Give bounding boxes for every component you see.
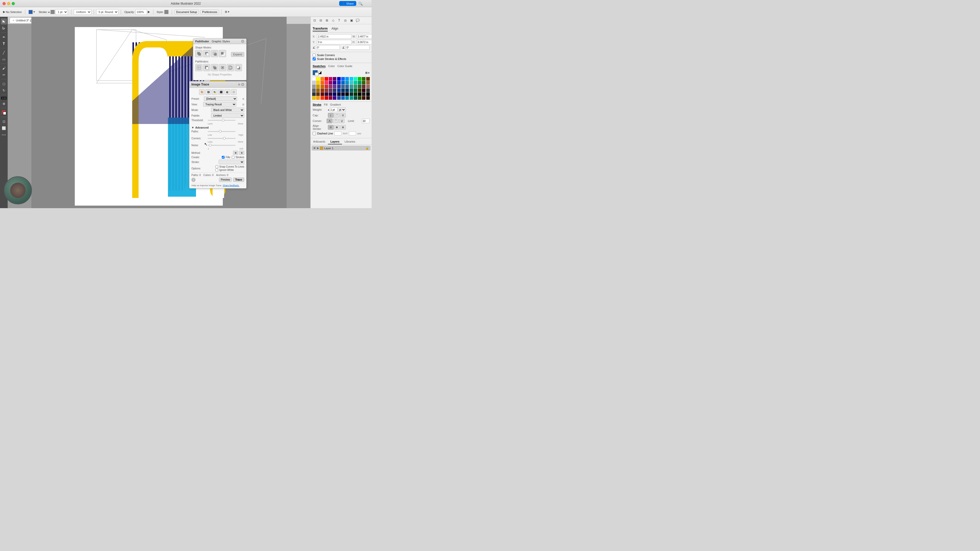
paintbrush-tool-button[interactable]: 🖌 [1, 65, 7, 71]
swatch-item[interactable] [358, 96, 361, 100]
minus-front-button[interactable] [203, 50, 210, 57]
swatch-item[interactable] [341, 85, 345, 88]
swatch-item[interactable] [337, 77, 341, 81]
swatch-item[interactable] [354, 92, 357, 96]
round-corner-button[interactable]: ⌒ [333, 119, 339, 123]
swatch-item[interactable] [341, 96, 345, 100]
swatch-item[interactable] [329, 77, 332, 81]
swatch-item[interactable] [325, 81, 328, 84]
swatch-item[interactable] [354, 85, 357, 88]
bw-icon[interactable]: ◧ [224, 89, 230, 95]
current-fill-swatch[interactable] [313, 70, 318, 75]
swatch-item[interactable] [358, 89, 361, 92]
color-tab[interactable]: Color [328, 65, 335, 68]
swatch-item[interactable] [366, 89, 370, 92]
rp-align-icon[interactable]: ⊟ [318, 18, 323, 23]
swatch-options-icon[interactable]: ≡ [368, 71, 369, 75]
swatch-item[interactable] [345, 89, 349, 92]
swatch-item[interactable] [321, 96, 324, 100]
arrangement-icon[interactable]: ⊞ ▾ [224, 10, 231, 14]
image-trace-close-button[interactable]: ✕ [241, 83, 244, 86]
swatch-item[interactable] [325, 92, 328, 96]
swatch-item[interactable] [316, 77, 320, 81]
fill-color-area[interactable]: ▾ [27, 10, 36, 14]
swatch-item[interactable] [325, 96, 328, 100]
grayscale-icon[interactable]: ⬛ [218, 89, 224, 95]
line-tool-button[interactable]: ╱ [1, 49, 7, 56]
high-color-icon[interactable]: 🖼 [205, 89, 211, 95]
pathfinder-close-button[interactable]: ✕ [241, 40, 244, 43]
info-icon[interactable]: i [191, 178, 196, 182]
merge-button[interactable] [211, 64, 218, 71]
noise-slider[interactable] [208, 145, 235, 146]
swatch-item[interactable] [312, 89, 316, 92]
selection-tool[interactable]: ▶ No Selection [2, 10, 23, 14]
stroke-width-select[interactable]: 1 pt [56, 9, 68, 15]
pathfinder-tab[interactable]: Pathfinder [195, 40, 209, 43]
rp-type-icon[interactable]: T [337, 18, 342, 23]
rp-transform-icon[interactable]: ⊡ [312, 18, 317, 23]
swatch-item[interactable] [316, 81, 320, 84]
corners-slider[interactable] [208, 138, 235, 139]
swatch-item[interactable] [312, 81, 316, 84]
swatch-item[interactable] [321, 89, 324, 92]
screen-mode-button[interactable]: ⊡ [1, 118, 7, 124]
swatch-item[interactable] [366, 96, 370, 100]
fills-checkbox[interactable] [222, 156, 224, 159]
unite-button[interactable] [195, 50, 202, 57]
rp-appearance-icon[interactable]: ◎ [343, 18, 348, 23]
opacity-arrow-icon[interactable]: ▶ [148, 10, 150, 14]
x-input[interactable] [317, 34, 352, 39]
swatch-item[interactable] [321, 77, 324, 81]
stroke-type-select[interactable]: 5 pt. Round [96, 9, 118, 15]
swatch-item[interactable] [341, 77, 345, 81]
angle2-input[interactable] [345, 45, 369, 50]
advanced-header[interactable]: ▼ Advanced [191, 126, 244, 129]
crop-button[interactable] [219, 64, 226, 71]
swatch-item[interactable] [350, 77, 353, 81]
artboards-tab[interactable]: Artboards [310, 139, 328, 144]
swatch-item[interactable] [333, 81, 336, 84]
share-feedback-link[interactable]: Share feedback. [223, 184, 240, 187]
swatch-item[interactable] [354, 89, 357, 92]
center-align-button[interactable]: ⊡ [328, 125, 334, 130]
opacity-input[interactable] [135, 9, 147, 15]
palette-select[interactable]: Limited [211, 113, 244, 118]
image-trace-menu-icon[interactable]: ≡ [238, 83, 240, 86]
shape-tool-button[interactable]: ▭ [1, 56, 7, 62]
swatch-item[interactable] [362, 85, 366, 88]
corners-thumb[interactable] [223, 137, 226, 140]
butt-cap-button[interactable]: | [328, 113, 334, 118]
swatch-item[interactable] [329, 81, 332, 84]
outline-button[interactable] [227, 64, 234, 71]
more-tools-button[interactable]: ••• [2, 133, 6, 137]
layer-1-name[interactable]: Layer 1 [324, 147, 334, 150]
square-cap-button[interactable]: ⊡ [340, 113, 346, 118]
swatch-item[interactable] [366, 92, 370, 96]
outline-icon[interactable]: ⬡ [231, 89, 237, 95]
swatch-item[interactable] [333, 89, 336, 92]
align-tab[interactable]: Align [331, 26, 339, 32]
swatch-item[interactable] [362, 89, 366, 92]
swatch-list-icon[interactable]: ⊞ [365, 71, 368, 75]
fill-color-swatch[interactable] [29, 10, 33, 14]
limit-input[interactable] [362, 119, 369, 123]
gradient-tab[interactable]: Gradient [330, 103, 341, 106]
noise-thumb[interactable] [209, 144, 212, 146]
swatch-item[interactable] [341, 89, 345, 92]
minimize-button[interactable] [7, 2, 10, 5]
swatch-item[interactable] [316, 92, 320, 96]
rp-shape-icon[interactable]: ◇ [331, 18, 336, 23]
swatch-item[interactable] [350, 81, 353, 84]
swatch-item[interactable] [366, 81, 370, 84]
swatch-item[interactable] [358, 77, 361, 81]
libraries-tab[interactable]: Libraries [342, 139, 358, 144]
swatch-item[interactable] [321, 85, 324, 88]
stroke-tab[interactable]: Stroke [313, 103, 321, 106]
stroke-up-icon[interactable]: ▴ [48, 10, 50, 14]
swatch-item[interactable] [329, 85, 332, 88]
low-color-icon[interactable]: 🎭 [212, 89, 218, 95]
swatch-item[interactable] [358, 92, 361, 96]
layers-tab[interactable]: Layers [328, 139, 342, 144]
scale-strokes-checkbox[interactable] [313, 57, 316, 60]
